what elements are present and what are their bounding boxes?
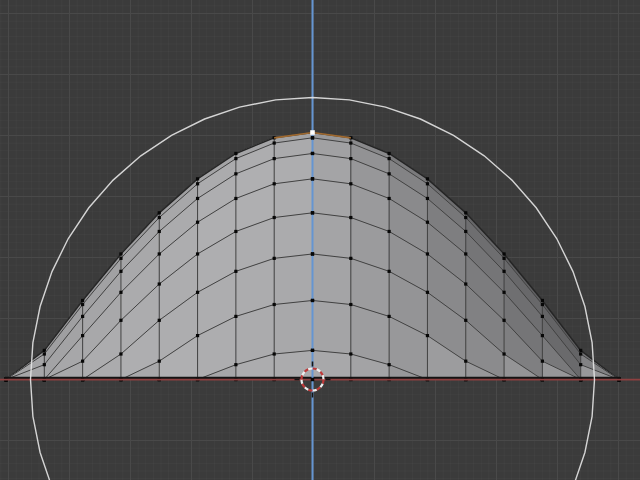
viewport-scene	[0, 0, 640, 480]
blender-3d-viewport[interactable]	[0, 0, 640, 480]
